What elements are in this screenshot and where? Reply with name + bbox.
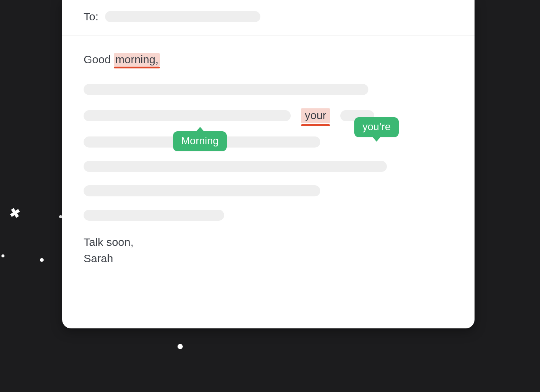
sign-off: Talk soon, Sarah (84, 234, 453, 266)
suggestion-tooltip-youre[interactable]: you’re (354, 117, 399, 137)
email-body[interactable]: Good morning, Morning you’re your (62, 36, 475, 281)
tooltip-arrow-up-icon (196, 127, 205, 132)
placeholder-line (84, 161, 387, 172)
grammar-error-your[interactable]: your (301, 108, 330, 123)
error-underline (301, 124, 330, 126)
sparkle-dot (40, 258, 44, 262)
greeting-prefix: Good (84, 53, 114, 65)
placeholder-segment (84, 110, 291, 121)
suggestion-text: Morning (181, 135, 219, 146)
to-label: To: (84, 10, 98, 23)
to-row: To: (62, 0, 475, 36)
error-text: your (305, 109, 326, 121)
signoff-name: Sarah (84, 250, 453, 267)
error-text: morning, (115, 53, 159, 65)
grammar-error-morning[interactable]: morning, (114, 53, 160, 66)
email-compose-card: To: Good morning, Morning you’re your (62, 0, 475, 328)
tooltip-arrow-down-icon (372, 136, 381, 142)
sparkle-dot (59, 215, 62, 218)
placeholder-line (84, 210, 224, 221)
sparkle-icon: ✖ (8, 205, 21, 222)
body-placeholder-lines: your (84, 84, 453, 221)
error-underline (114, 67, 160, 68)
suggestion-text: you’re (362, 121, 391, 132)
suggestion-tooltip-morning[interactable]: Morning (173, 131, 227, 151)
greeting-line: Good morning, (84, 53, 160, 66)
to-input[interactable] (105, 11, 260, 22)
placeholder-line (84, 185, 320, 196)
placeholder-line (84, 84, 368, 95)
signoff-line: Talk soon, (84, 234, 453, 250)
sparkle-dot (1, 254, 4, 257)
sparkle-dot (178, 344, 183, 349)
